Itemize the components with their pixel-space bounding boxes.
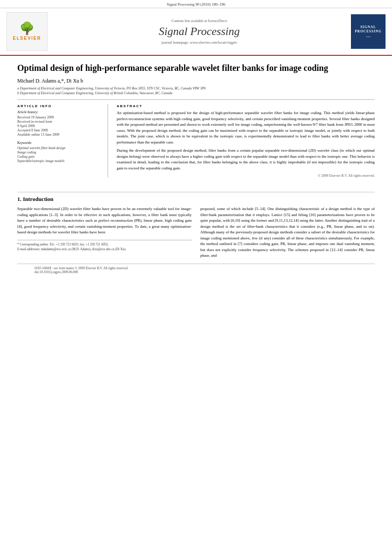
signal-logo-sub: ▪▪▪▪▪ bbox=[366, 35, 371, 38]
intro-left-text: Separable two-dimensional (2D) wavelet f… bbox=[17, 206, 192, 236]
elsevier-logo: 🌳 ELSEVIER bbox=[6, 12, 48, 51]
intro-body: Separable two-dimensional (2D) wavelet f… bbox=[17, 206, 375, 261]
keywords-section: Keywords: Optimal wavelet filter-bank de… bbox=[17, 141, 101, 163]
article-info-abstract: ARTICLE INFO Article history: Received 1… bbox=[17, 104, 375, 178]
available-date: Available online 13 June 2009 bbox=[17, 133, 101, 137]
page: Signal Processing 90 (2010) 180–196 🌳 EL… bbox=[0, 0, 392, 535]
signal-processing-logo: SIGNALPROCESSING ▪▪▪▪▪ bbox=[351, 14, 386, 49]
affiliations: a Department of Electrical and Computer … bbox=[17, 86, 375, 95]
intro-heading: 1. Introduction bbox=[17, 196, 375, 203]
intro-right-col: proposed, some of which include [5–14]. … bbox=[201, 206, 375, 261]
article-info-col: ARTICLE INFO Article history: Received 1… bbox=[17, 104, 108, 178]
body-section: 1. Introduction Separable two-dimensiona… bbox=[0, 184, 392, 280]
issn-text: 0165-1684/$ - see front matter © 2009 El… bbox=[35, 266, 128, 270]
abstract-text: An optimization-based method is proposed… bbox=[117, 110, 375, 171]
received-2-label: Received in revised form bbox=[17, 120, 101, 124]
copyright: © 2009 Elsevier B.V. All rights reserved… bbox=[117, 174, 375, 178]
affiliation-a: a Department of Electrical and Computer … bbox=[17, 86, 375, 90]
sciencedirect-link: Contents lists available at ScienceDirec… bbox=[52, 19, 347, 23]
doi-text: doi:10.1016/j.sigpro.2009.06.008 bbox=[35, 270, 78, 274]
received-2-date: 9 April 2009 bbox=[17, 124, 101, 128]
authors: Michael D. Adams a,*, Di Xu b bbox=[17, 78, 375, 84]
journal-citation: Signal Processing 90 (2010) 180–196 bbox=[0, 0, 392, 8]
author-names: Michael D. Adams a,*, Di Xu b bbox=[17, 78, 83, 84]
journal-header: 🌳 ELSEVIER Contents lists available at S… bbox=[0, 8, 392, 56]
affiliation-b: b Department of Electrical and Computer … bbox=[17, 91, 375, 95]
history-label: Article history: bbox=[17, 110, 101, 114]
abstract-col: ABSTRACT An optimization-based method is… bbox=[117, 104, 375, 178]
footnotes: * Corresponding author. Tel.: +1 250 721… bbox=[17, 240, 192, 251]
paper-title: Optimal design of high-performance separ… bbox=[17, 62, 375, 73]
keyword-1: Optimal wavelet filter-bank design bbox=[17, 146, 101, 150]
signal-logo-text: SIGNALPROCESSING bbox=[355, 25, 382, 34]
keywords-label: Keywords: bbox=[17, 141, 101, 145]
journal-title: Signal Processing bbox=[52, 25, 347, 38]
content-area: Optimal design of high-performance separ… bbox=[0, 56, 392, 184]
intro-right-text: proposed, some of which include [5–14]. … bbox=[201, 206, 375, 259]
divider-2 bbox=[17, 192, 375, 192]
sciencedirect-text: Contents lists available at ScienceDirec… bbox=[172, 19, 227, 23]
journal-center: Contents lists available at ScienceDirec… bbox=[48, 19, 351, 45]
keyword-4: Separable/isotropic image models bbox=[17, 159, 101, 163]
abstract-p2: During the development of the proposed d… bbox=[117, 148, 375, 171]
footnote-email: E-mail addresses: mdadams@ece.uvic.ca (M… bbox=[17, 247, 192, 251]
journal-homepage: journal homepage: www.elsevier.com/locat… bbox=[52, 40, 347, 45]
received-1: Received 19 January 2009 bbox=[17, 115, 101, 119]
abstract-label: ABSTRACT bbox=[117, 104, 375, 108]
abstract-p1: An optimization-based method is proposed… bbox=[117, 110, 375, 145]
citation-text: Signal Processing 90 (2010) 180–196 bbox=[167, 2, 226, 6]
elsevier-wordmark: ELSEVIER bbox=[13, 36, 41, 41]
bottom-bar: 0165-1684/$ - see front matter © 2009 El… bbox=[17, 264, 375, 276]
accepted-date: Accepted 8 June 2009 bbox=[17, 128, 101, 132]
intro-left-col: Separable two-dimensional (2D) wavelet f… bbox=[17, 206, 192, 261]
elsevier-tree-icon: 🌳 bbox=[19, 22, 35, 35]
footnote-corresponding: * Corresponding author. Tel.: +1 250 721… bbox=[17, 242, 192, 246]
article-info-label: ARTICLE INFO bbox=[17, 104, 101, 108]
keyword-3: Coding gain bbox=[17, 155, 101, 159]
divider-1 bbox=[17, 99, 375, 100]
keyword-2: Image coding bbox=[17, 150, 101, 154]
